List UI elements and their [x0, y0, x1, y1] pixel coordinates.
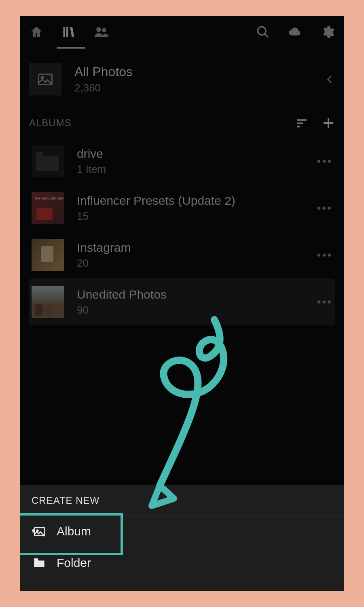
svg-rect-1 [66, 27, 68, 37]
create-album-label: Album [57, 524, 91, 538]
album-thumbnail: THE INFLUENCER [32, 192, 64, 224]
top-bar [20, 16, 344, 48]
album-thumbnail [32, 239, 64, 271]
sheet-header: CREATE NEW [20, 485, 344, 516]
more-icon[interactable]: ••• [317, 202, 332, 214]
svg-point-3 [102, 28, 106, 32]
album-title: drive [77, 147, 106, 161]
album-thumbnail [32, 286, 64, 318]
album-count: 15 [77, 210, 235, 223]
more-icon[interactable]: ••• [317, 295, 332, 308]
all-photos-count: 2,360 [74, 82, 133, 94]
svg-rect-10 [297, 126, 300, 127]
albums-section-header: ALBUMS [29, 117, 335, 129]
sort-icon[interactable] [295, 117, 308, 129]
gear-icon[interactable] [319, 23, 336, 41]
album-count: 90 [77, 304, 167, 316]
albums-label: ALBUMS [29, 117, 72, 129]
create-folder-option[interactable]: Folder [20, 547, 344, 579]
folder-icon [32, 555, 47, 571]
all-photos-title: All Photos [74, 64, 133, 79]
search-icon[interactable] [254, 23, 272, 41]
sheet-title: CREATE NEW [32, 495, 332, 506]
cloud-icon[interactable] [286, 23, 304, 41]
app-frame: All Photos 2,360 ALBUMS drive [20, 16, 344, 591]
chevron-left-icon[interactable] [324, 74, 335, 85]
album-title: Influencer Presets (Update 2) [77, 194, 235, 208]
create-new-sheet: CREATE NEW Album Folder [20, 485, 344, 591]
create-album-option[interactable]: Album [20, 516, 344, 547]
album-row-instagram[interactable]: Instagram 20 ••• [29, 231, 335, 278]
svg-rect-9 [297, 123, 303, 124]
album-count: 1 Item [77, 163, 106, 176]
svg-rect-0 [63, 27, 66, 37]
topbar-divider [20, 49, 344, 49]
svg-point-2 [96, 27, 101, 32]
svg-point-4 [258, 27, 266, 35]
svg-rect-8 [297, 119, 307, 121]
album-title: Instagram [77, 241, 131, 255]
more-icon[interactable]: ••• [317, 155, 332, 168]
album-count: 20 [77, 257, 131, 270]
home-icon[interactable] [28, 23, 45, 41]
library-icon[interactable] [60, 23, 78, 41]
album-row-unedited[interactable]: Unedited Photos 90 ••• [29, 278, 335, 325]
svg-rect-17 [34, 558, 38, 560]
svg-line-5 [265, 34, 268, 37]
thumbnail-overlay-text: THE INFLUENCER [34, 197, 64, 200]
folder-icon [32, 145, 64, 177]
people-icon[interactable] [92, 23, 110, 41]
album-row-drive[interactable]: drive 1 Item ••• [29, 138, 335, 185]
add-icon[interactable] [322, 117, 335, 129]
all-photos-row[interactable]: All Photos 2,360 [29, 59, 335, 101]
album-title: Unedited Photos [77, 288, 167, 301]
image-icon [29, 63, 61, 96]
create-folder-label: Folder [57, 556, 91, 570]
more-icon[interactable]: ••• [317, 248, 332, 261]
add-album-icon [32, 524, 47, 539]
album-row-presets[interactable]: THE INFLUENCER Influencer Presets (Updat… [29, 185, 335, 231]
